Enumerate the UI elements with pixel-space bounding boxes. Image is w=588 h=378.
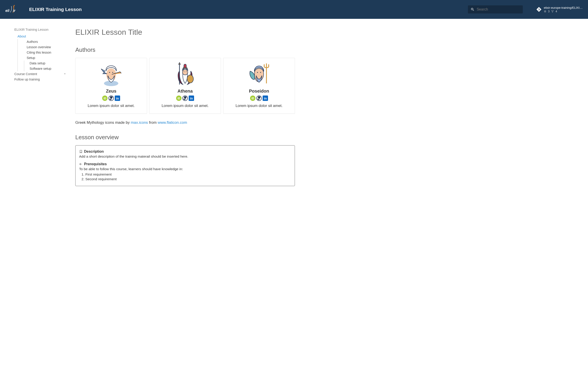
main-content: ELIXIR Lesson Title Authors Zeus [75, 28, 295, 186]
sidebar-item-software-setup[interactable]: Software setup [30, 67, 51, 70]
icon-attribution: Greek Mythology icons made by max.icons … [75, 120, 295, 125]
svg-point-2 [13, 8, 14, 9]
repo-stats: 3 4 [544, 10, 583, 13]
svg-point-31 [260, 72, 261, 73]
sidebar-item-label: Course Content [14, 72, 37, 76]
star-icon [544, 10, 546, 13]
list-item: Second requirement [85, 177, 291, 181]
arrow-left-icon [79, 162, 83, 166]
authors-heading: Authors [75, 46, 295, 53]
overview-box: Description Add a short description of t… [75, 145, 295, 186]
list-item: First requirement [85, 172, 291, 176]
github-icon[interactable] [183, 95, 188, 101]
author-card-zeus: Zeus iD in Lorem ipsum dolor sit amet. [75, 58, 147, 114]
sidebar-item-authors[interactable]: Authors [27, 40, 38, 43]
page-title: ELIXIR Lesson Title [75, 28, 295, 37]
svg-point-0 [14, 5, 14, 6]
search-input[interactable] [477, 7, 520, 12]
svg-text:iD: iD [251, 97, 254, 100]
github-icon[interactable] [108, 95, 114, 101]
author-name: Zeus [79, 89, 143, 94]
avatar-zeus-icon [99, 62, 123, 87]
linkedin-icon[interactable]: in [115, 95, 120, 101]
author-card-poseidon: Poseidon iD in Lorem ipsum dolor sit ame… [223, 58, 295, 114]
chevron-right-icon [64, 72, 66, 76]
prerequisites-heading: Prerequisites [79, 162, 291, 166]
site-header: eli ir ELIXIR Training Lesson elixir-eur… [0, 0, 588, 19]
prerequisites-intro: To be able to follow this course, learne… [79, 167, 291, 171]
svg-text:in: in [264, 97, 267, 100]
svg-point-30 [257, 72, 258, 73]
svg-point-22 [184, 71, 184, 72]
orcid-icon[interactable]: iD [176, 95, 182, 101]
sidebar-item-citing[interactable]: Citing this lesson [27, 51, 51, 54]
site-title: ELIXIR Training Lesson [29, 7, 82, 12]
search-box[interactable] [468, 5, 523, 14]
orcid-icon[interactable]: iD [250, 95, 255, 101]
author-grid: Zeus iD in Lorem ipsum dolor sit amet. [75, 58, 295, 114]
author-desc: Lorem ipsum dolor sit amet. [227, 104, 291, 108]
linkedin-icon[interactable]: in [263, 95, 268, 101]
description-text: Add a short description of the training … [79, 154, 291, 159]
svg-text:in: in [190, 97, 193, 100]
git-icon [536, 7, 542, 12]
svg-text:ir: ir [13, 9, 15, 13]
sidebar-item-setup[interactable]: Setup [27, 56, 35, 60]
sidebar-item-data-setup[interactable]: Data setup [30, 61, 45, 65]
svg-text:iD: iD [177, 97, 180, 100]
svg-point-23 [186, 71, 187, 72]
orcid-icon[interactable]: iD [102, 95, 107, 101]
description-heading: Description [79, 149, 291, 154]
attribution-link-site[interactable]: www.flaticon.com [158, 120, 187, 125]
logo-block[interactable]: eli ir ELIXIR Training Lesson [5, 4, 82, 15]
elixir-logo-icon: eli ir [5, 4, 25, 15]
attribution-link-author[interactable]: max.icons [131, 120, 148, 125]
sidebar-item-followup[interactable]: Follow up training [14, 77, 66, 82]
fork-icon [551, 10, 554, 13]
repo-name: elixir-europe-training/ELIXI… [544, 6, 583, 9]
author-name: Poseidon [227, 89, 291, 94]
repo-link[interactable]: elixir-europe-training/ELIXI… 3 4 [536, 6, 583, 13]
svg-text:in: in [116, 97, 119, 100]
author-desc: Lorem ipsum dolor sit amet. [153, 104, 217, 108]
fork-count: 4 [556, 10, 557, 13]
sidebar-item-label: Follow up training [14, 78, 40, 81]
avatar-athena-icon [173, 62, 197, 87]
svg-text:eli: eli [5, 9, 9, 13]
sidebar-item-about[interactable]: About [17, 35, 26, 38]
linkedin-icon[interactable]: in [189, 95, 194, 101]
sidebar-item-lesson-overview[interactable]: Lesson overview [27, 45, 51, 49]
svg-point-12 [109, 72, 110, 73]
svg-point-19 [183, 69, 188, 75]
avatar-poseidon-icon [247, 62, 271, 87]
github-icon[interactable] [256, 95, 262, 101]
author-card-athena: Athena iD in Lorem ipsum dolor sit amet. [149, 58, 221, 114]
author-name: Athena [153, 89, 217, 94]
svg-point-8 [552, 10, 552, 11]
nav-title[interactable]: ELIXIR Training Lesson [14, 28, 66, 31]
svg-point-1 [13, 6, 14, 7]
sidebar-item-course-content[interactable]: Course Content [14, 71, 66, 77]
svg-text:iD: iD [104, 97, 106, 100]
svg-point-9 [553, 10, 553, 11]
star-count: 3 [548, 10, 550, 13]
prerequisites-list: First requirement Second requirement [79, 172, 291, 181]
svg-point-21 [187, 75, 193, 83]
svg-point-13 [112, 72, 113, 73]
bookmark-icon [79, 150, 83, 153]
search-icon [470, 7, 475, 12]
sidebar-nav: ELIXIR Training Lesson About Authors Les… [14, 28, 66, 186]
lesson-overview-heading: Lesson overview [75, 134, 295, 141]
svg-point-10 [552, 12, 553, 12]
author-desc: Lorem ipsum dolor sit amet. [79, 104, 143, 108]
